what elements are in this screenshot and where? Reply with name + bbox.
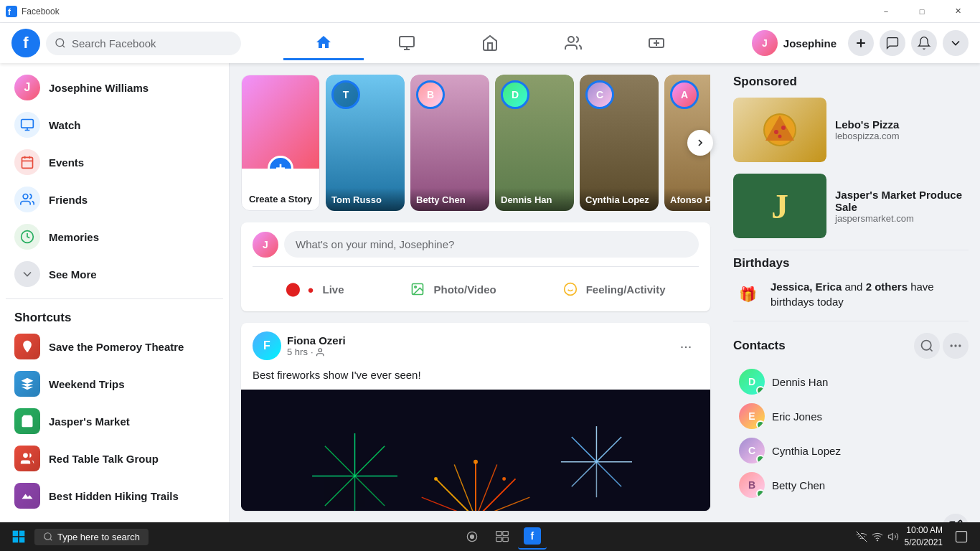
contact-cynthia-name: Cynthia Lopez <box>772 445 841 457</box>
sidebar-item-memories[interactable]: Memories <box>6 218 223 255</box>
feeling-button[interactable]: Feeling/Activity <box>549 276 680 303</box>
volume-icon <box>887 531 899 542</box>
svg-rect-87 <box>496 532 501 536</box>
user-profile-button[interactable]: J Josephine <box>746 27 842 59</box>
story-tom[interactable]: T Tom Russo <box>326 75 405 211</box>
taskbar-center: f <box>458 524 547 550</box>
feed-area: + Create a Story T Tom Russo <box>230 63 722 522</box>
story-betty[interactable]: B Betty Chen <box>410 75 489 211</box>
shortcut-red-table[interactable]: Red Table Talk Group <box>6 440 223 477</box>
system-tray <box>856 531 899 542</box>
shortcut-weekend-trips[interactable]: Weekend Trips <box>6 365 223 402</box>
svg-line-3 <box>62 45 65 47</box>
edit-button-container <box>733 514 969 522</box>
nav-gaming-button[interactable] <box>616 26 697 60</box>
shortcut-jasper-label: Jasper's Market <box>49 415 130 428</box>
contacts-header: Contacts <box>733 333 969 359</box>
sidebar-friends-label: Friends <box>49 194 88 206</box>
create-story-card[interactable]: + Create a Story <box>241 75 320 211</box>
notifications-button[interactable] <box>911 30 937 56</box>
close-button[interactable]: ✕ <box>941 0 974 23</box>
contacts-more-button[interactable] <box>943 333 969 359</box>
nav-home-button[interactable] <box>283 26 364 60</box>
group-icon <box>20 451 34 466</box>
story-dennis[interactable]: D Dennis Han <box>495 75 574 211</box>
nav-marketplace-button[interactable] <box>450 26 530 60</box>
post-text: Best fireworks show I've ever seen! <box>241 369 710 390</box>
post-input[interactable]: What's on your mind, Josephine? <box>284 231 699 258</box>
post-more-button[interactable]: ··· <box>673 333 699 359</box>
taskbar-left: Type here to search <box>6 524 149 550</box>
facebook-logo[interactable]: f <box>11 29 40 57</box>
sidebar-item-events[interactable]: Events <box>6 143 223 181</box>
user-name: Josephine <box>783 37 837 50</box>
start-button[interactable] <box>6 524 32 550</box>
notification-center-button[interactable] <box>948 524 974 550</box>
svg-point-78 <box>958 344 961 347</box>
shortcut-jaspers-market[interactable]: Jasper's Market <box>6 402 223 440</box>
sidebar-item-friends[interactable]: Friends <box>6 181 223 218</box>
birthday-and: and <box>842 281 865 293</box>
birthday-icon: 🎁 <box>733 280 762 309</box>
messenger-button[interactable] <box>880 30 905 56</box>
maximize-button[interactable]: □ <box>905 0 938 23</box>
contacts-search-icon <box>920 339 934 353</box>
svg-point-77 <box>954 344 956 347</box>
post-author-avatar: F <box>253 331 281 360</box>
privacy-icon <box>316 347 326 357</box>
contact-eric[interactable]: E Eric Jones <box>733 399 969 433</box>
svg-rect-4 <box>400 37 414 47</box>
svg-point-76 <box>951 344 953 347</box>
photo-video-button[interactable]: Photo/Video <box>396 276 510 303</box>
svg-rect-90 <box>503 537 509 542</box>
minimize-button[interactable]: − <box>870 0 903 23</box>
chevron-down-icon <box>948 36 963 50</box>
watch-sidebar-icon <box>20 118 34 132</box>
story-cynthia[interactable]: C Cynthia Lopez <box>580 75 659 211</box>
taskbar-search[interactable]: Type here to search <box>34 529 149 545</box>
ad-jaspers[interactable]: J Jasper's Market Produce Sale jaspersma… <box>733 174 969 238</box>
contact-betty[interactable]: B Betty Chen <box>733 468 969 502</box>
svg-point-17 <box>415 286 417 288</box>
svg-rect-8 <box>22 157 33 168</box>
contact-dennis[interactable]: D Dennis Han <box>733 364 969 399</box>
nav-groups-button[interactable] <box>533 26 613 60</box>
sidebar-item-watch[interactable]: Watch <box>6 106 223 143</box>
live-text: ● <box>307 283 314 296</box>
post-author-info: Fiona Ozeri 5 hrs · <box>287 334 346 357</box>
taskbar-task-view[interactable] <box>488 524 517 550</box>
taskbar-facebook-app[interactable]: f <box>518 524 547 550</box>
shortcut-hiking-trails[interactable]: Best Hidden Hiking Trails <box>6 477 223 514</box>
groups-icon <box>565 34 582 52</box>
nav-watch-button[interactable] <box>367 26 447 60</box>
contact-cynthia[interactable]: C Cynthia Lopez <box>733 433 969 468</box>
sidebar-item-see-more[interactable]: See More <box>6 255 223 293</box>
story-dennis-name: Dennis Han <box>501 194 552 205</box>
ad-lebos-image <box>733 98 826 162</box>
stories-container: + Create a Story T Tom Russo <box>241 75 710 211</box>
photo-label: Photo/Video <box>433 283 496 296</box>
ad-jaspers-name: Jasper's Market Produce Sale <box>835 189 969 213</box>
ad-lebos-placeholder <box>733 98 826 162</box>
sidebar-user-avatar: J <box>14 75 40 100</box>
shortcut-hiking-label: Best Hidden Hiking Trails <box>49 490 179 502</box>
taskbar-right: 10:00 AM 5/20/2021 <box>856 524 974 550</box>
contact-dennis-avatar: D <box>739 369 765 395</box>
add-button[interactable] <box>848 30 874 56</box>
contacts-search-button[interactable] <box>914 333 940 359</box>
time-display: 10:00 AM 5/20/2021 <box>905 524 943 549</box>
ad-lebos[interactable]: Lebo's Pizza lebospizza.com <box>733 98 969 162</box>
live-button[interactable]: ⬤ ● Live <box>271 276 358 303</box>
create-story-bottom: Create a Story <box>242 169 319 210</box>
create-post-top: J What's on your mind, Josephine? <box>253 231 699 258</box>
stories-next-button[interactable] <box>687 130 713 156</box>
search-bar[interactable]: Search Facebook <box>46 32 241 55</box>
taskbar-cortana[interactable] <box>458 524 486 550</box>
sidebar-item-user[interactable]: J Josephine Williams <box>6 69 223 106</box>
shortcut-save-pomeroy[interactable]: Save the Pomeroy Theatre <box>6 328 223 365</box>
account-dropdown-button[interactable] <box>943 30 969 56</box>
pizza-icon <box>762 112 798 148</box>
shortcut-red-icon <box>14 446 40 471</box>
story-dennis-avatar: D <box>501 80 529 109</box>
new-message-button[interactable] <box>943 514 969 522</box>
